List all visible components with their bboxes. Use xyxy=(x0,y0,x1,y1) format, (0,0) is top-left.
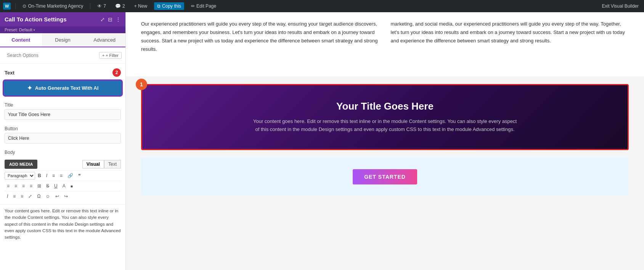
filter-icon: + xyxy=(102,53,104,58)
text-badge: 2 xyxy=(112,68,121,77)
tab-content[interactable]: Content xyxy=(0,33,42,47)
italic2-button[interactable]: I xyxy=(5,192,10,200)
get-started-button[interactable]: GET STARTED xyxy=(353,169,417,184)
ai-generate-button[interactable]: ✦ Auto Generate Text With AI xyxy=(4,81,122,95)
body-label: Body xyxy=(5,150,121,155)
site-name[interactable]: ⊙ On-Time Marketing Agency xyxy=(20,3,85,10)
tab-design[interactable]: Design xyxy=(42,33,84,47)
main-content: Our experienced practitioners will guide… xyxy=(126,12,644,270)
outdent-button[interactable]: ≡ xyxy=(18,192,26,200)
sidebar-preset: Preset: Default • xyxy=(0,26,125,33)
button-input[interactable] xyxy=(5,133,121,144)
ol-button[interactable]: ≡ xyxy=(58,172,65,179)
top-bar: W ⊙ On-Time Marketing Agency 👁 7 💬 2 + N… xyxy=(0,0,644,12)
bg-color-button[interactable]: ■ xyxy=(68,183,75,189)
align-justify-button[interactable]: ≡ xyxy=(27,182,35,190)
redo-button[interactable]: ↪ xyxy=(62,192,70,200)
text-columns: Our experienced practitioners will guide… xyxy=(141,20,629,57)
divider xyxy=(90,3,90,9)
copy-icon: ⧉ xyxy=(157,3,161,9)
text-col-left: Our experienced practitioners will guide… xyxy=(141,20,379,57)
italic-button[interactable]: I xyxy=(44,172,50,179)
layout-icon[interactable]: ⊟ xyxy=(108,16,112,23)
text-section-label: Text xyxy=(5,70,14,76)
text-section-header: Text 2 xyxy=(0,64,125,79)
button-field-group: Button xyxy=(0,123,125,147)
sidebar: Call To Action Settings ⤢ ⊟ ⋮ Preset: De… xyxy=(0,12,126,270)
title-field-group: Title xyxy=(0,99,125,123)
toolbar-row-2: ≡ ≡ ≡ ≡ ⊞ S U A ■ xyxy=(5,181,121,191)
site-icon: ⊙ xyxy=(22,3,26,9)
sidebar-header-icons: ⤢ ⊟ ⋮ xyxy=(100,16,121,23)
cta-wrapper: 1 Your Title Goes Here Your content goes… xyxy=(141,84,629,150)
strikethrough-button[interactable]: S xyxy=(44,182,51,190)
text-tab-button[interactable]: Text xyxy=(104,160,121,168)
get-started-section: GET STARTED xyxy=(141,158,629,196)
divider xyxy=(15,3,16,9)
visual-text-tabs: Visual Text xyxy=(82,160,121,168)
page-content: Our experienced practitioners will guide… xyxy=(126,12,644,76)
fullscreen-icon[interactable]: ⤢ xyxy=(100,16,105,23)
toolbar-row-1: Paragraph B I ≡ ≡ 🔗 ❝ xyxy=(5,170,121,181)
more-icon[interactable]: ⋮ xyxy=(116,16,121,23)
bold-button[interactable]: B xyxy=(35,172,43,179)
body-section: Body ADD MEDIA Visual Text Paragraph xyxy=(0,147,125,204)
wp-logo-icon[interactable]: W xyxy=(3,3,11,10)
cta-inner: Your Title Goes Here Your content goes h… xyxy=(142,85,628,149)
exit-visual-builder-button[interactable]: Exit Visual Builder xyxy=(600,3,641,10)
align-center-button[interactable]: ≡ xyxy=(12,182,19,190)
align-right-button[interactable]: ≡ xyxy=(20,182,27,190)
button-label: Button xyxy=(5,126,121,131)
views-item[interactable]: 👁 7 xyxy=(95,3,108,10)
main-layout: Call To Action Settings ⤢ ⊟ ⋮ Preset: De… xyxy=(0,12,644,270)
ai-icon: ✦ xyxy=(27,84,32,92)
eye-icon: 👁 xyxy=(97,3,102,9)
filter-button[interactable]: + + Filter xyxy=(99,52,122,59)
add-media-button[interactable]: ADD MEDIA xyxy=(5,160,37,169)
color-button[interactable]: A xyxy=(60,182,68,190)
visual-tab[interactable]: Visual xyxy=(82,160,104,168)
col2-paragraph: marketing, and social media, our experie… xyxy=(391,20,629,45)
cta-title: Your Title Goes Here xyxy=(154,100,616,112)
body-content-text: Your content goes here. Edit or remove t… xyxy=(0,204,125,244)
text-col-right: marketing, and social media, our experie… xyxy=(391,20,629,57)
underline-button[interactable]: U xyxy=(52,182,60,190)
quote-button[interactable]: ❝ xyxy=(76,172,83,179)
pencil-icon: ✏ xyxy=(191,3,195,9)
special-chars-button[interactable]: Ω xyxy=(35,192,43,200)
comments-item[interactable]: 💬 2 xyxy=(113,3,127,10)
sidebar-search-row: + + Filter xyxy=(0,47,125,64)
align-left-button[interactable]: ≡ xyxy=(5,182,12,190)
ul-button[interactable]: ≡ xyxy=(50,172,57,179)
undo-button[interactable]: ↩ xyxy=(53,192,61,200)
title-label: Title xyxy=(5,102,121,108)
link-button[interactable]: 🔗 xyxy=(65,172,75,179)
indent-button[interactable]: ≡ xyxy=(11,192,18,200)
paragraph-select[interactable]: Paragraph xyxy=(5,172,35,179)
new-item[interactable]: + New xyxy=(132,3,149,10)
fullscreen-editor-button[interactable]: ⤢ xyxy=(26,192,34,200)
search-input[interactable] xyxy=(4,50,99,60)
toolbar-row-3: I ≡ ≡ ⤢ Ω ☺ ↩ ↪ xyxy=(5,191,121,201)
table-button[interactable]: ⊞ xyxy=(35,182,43,190)
edit-page-item[interactable]: ✏ Edit Page xyxy=(189,3,218,10)
copy-this-button[interactable]: ⧉ Copy this xyxy=(154,2,184,10)
sidebar-tabs: Content Design Advanced xyxy=(0,33,125,47)
col1-paragraph: Our experienced practitioners will guide… xyxy=(141,20,379,53)
emoji-button[interactable]: ☺ xyxy=(43,192,52,200)
title-input[interactable] xyxy=(5,109,121,120)
comment-icon: 💬 xyxy=(115,3,121,9)
cta-box[interactable]: Your Title Goes Here Your content goes h… xyxy=(141,84,629,150)
add-media-row: ADD MEDIA Visual Text xyxy=(5,157,121,170)
sidebar-header: Call To Action Settings ⤢ ⊟ ⋮ xyxy=(0,12,125,26)
tab-advanced[interactable]: Advanced xyxy=(84,33,125,47)
cta-body: Your content goes here. Edit or remove t… xyxy=(252,118,519,134)
sidebar-title: Call To Action Settings xyxy=(5,16,67,23)
